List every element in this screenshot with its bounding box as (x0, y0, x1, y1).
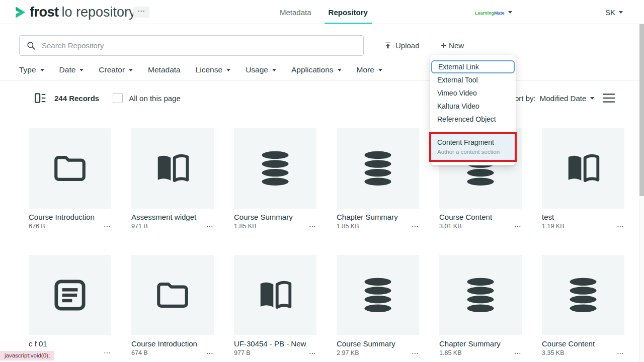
card-course-content-2: Course Content 3.35 KB⋯ (542, 255, 624, 356)
chevron-down-icon (378, 69, 382, 71)
new-menu: External Link External Tool Vimeo Video … (430, 55, 516, 165)
select-all-checkbox[interactable] (113, 93, 123, 103)
new-button[interactable]: + New (441, 35, 464, 56)
chevron-down-icon (508, 11, 512, 14)
card-menu-button[interactable]: ⋯ (104, 223, 111, 229)
filter-metadata[interactable]: Metadata (148, 65, 181, 74)
card-tile[interactable] (542, 255, 624, 335)
card-size: 1.85 KB (234, 223, 256, 230)
card-tile[interactable] (29, 128, 111, 209)
filter-usage[interactable]: Usage (246, 65, 276, 74)
search-icon (26, 41, 36, 51)
scrollbar-thumb[interactable] (639, 24, 644, 196)
card-chapter-summary: Chapter Summary 1.85 KB⋯ (337, 128, 419, 230)
chevron-down-icon (590, 97, 594, 100)
card-tile[interactable] (131, 255, 214, 335)
card-tile[interactable] (131, 128, 214, 209)
card-size: 2.97 KB (337, 349, 359, 356)
upload-icon (384, 42, 392, 50)
red-annotation-box: Content Fragment Author a content sectio… (429, 132, 517, 162)
card-title: Course Summary (234, 213, 316, 222)
card-tile[interactable] (29, 255, 111, 335)
logo-text-bold: frost (30, 5, 59, 20)
frost-arrow-icon (14, 6, 28, 19)
card-size: 1.19 KB (542, 223, 564, 230)
card-tile[interactable] (439, 255, 522, 335)
card-menu-button[interactable]: ⋯ (206, 223, 214, 229)
card-size: 676 B (29, 223, 45, 230)
card-menu-button[interactable]: ⋯ (206, 350, 214, 356)
menu-item-kaltura-video[interactable]: Kaltura Video (430, 100, 516, 113)
brand-menu[interactable]: LearningMate (475, 0, 512, 24)
database-icon (359, 150, 396, 187)
records-toolbar: 244 Records All on this page (29, 89, 181, 107)
filter-license[interactable]: License (196, 65, 230, 74)
card-menu-button[interactable]: ⋯ (617, 350, 624, 356)
select-all-label: All on this page (129, 94, 181, 103)
filter-date[interactable]: Date (59, 65, 84, 74)
main-nav: Metadata Repository (276, 0, 372, 24)
filter-applications[interactable]: Applications (291, 65, 342, 74)
card-size: 3.01 KB (439, 223, 461, 230)
search-input[interactable] (42, 36, 363, 55)
card-menu-button[interactable]: ⋯ (309, 350, 316, 356)
tab-repository[interactable]: Repository (325, 0, 372, 24)
card-tile[interactable] (542, 128, 624, 209)
user-menu[interactable]: SK (605, 0, 623, 24)
card-size: 971 B (131, 223, 148, 230)
card-size: 1.85 KB (439, 349, 461, 356)
upload-button[interactable]: Upload (384, 35, 420, 56)
chevron-down-icon (79, 69, 84, 71)
brand-text: LearningMate (475, 8, 505, 17)
top-bar: frost lo repository ⋯ Metadata Repositor… (0, 0, 644, 24)
card-size: 977 B (234, 349, 251, 356)
chevron-down-icon (129, 69, 133, 71)
records-count: 244 Records (54, 94, 99, 103)
card-tile[interactable] (337, 255, 419, 335)
content-fragment-label: Content Fragment (437, 138, 509, 147)
open-book-icon (257, 277, 294, 314)
card-title: Course Introduction (131, 339, 214, 348)
repository-grid: Course Introduction 676 B⋯ Assessment wi… (29, 128, 624, 356)
card-title: c f 01 (29, 339, 111, 348)
card-menu-button[interactable]: ⋯ (514, 350, 522, 356)
filter-more[interactable]: More (357, 65, 382, 74)
card-menu-button[interactable]: ⋯ (412, 223, 419, 229)
card-menu-button[interactable]: ⋯ (412, 350, 419, 356)
sort-control: Sort by: Modified Date (510, 89, 594, 107)
logo-text-light: lo repository (62, 5, 136, 20)
card-tile[interactable] (337, 128, 419, 209)
card-size: 1.85 KB (337, 223, 359, 230)
chevron-down-icon (619, 11, 623, 14)
list-view-button[interactable] (602, 91, 616, 105)
filter-creator[interactable]: Creator (99, 65, 133, 74)
active-tab-underline (325, 23, 372, 24)
card-title: Chapter Summary (439, 339, 522, 348)
view-toggle-icon[interactable] (34, 92, 47, 105)
tab-metadata[interactable]: Metadata (276, 0, 315, 24)
menu-item-external-link[interactable]: External Link (431, 60, 515, 73)
card-tile[interactable] (234, 128, 316, 209)
card-course-summary: Course Summary 1.85 KB⋯ (234, 128, 316, 230)
menu-item-referenced-object[interactable]: Referenced Object (430, 113, 516, 126)
menu-item-external-tool[interactable]: External Tool (430, 73, 516, 86)
plus-icon: + (441, 41, 446, 50)
card-course-introduction-2: Course Introduction 674 B⋯ (131, 255, 214, 356)
menu-item-vimeo-video[interactable]: Vimeo Video (430, 86, 516, 100)
card-menu-button[interactable]: ⋯ (104, 349, 111, 355)
card-menu-button[interactable]: ⋯ (617, 223, 624, 229)
hamburger-icon (602, 93, 615, 103)
card-size: 3.35 KB (542, 349, 564, 356)
filter-type[interactable]: Type (19, 65, 44, 74)
search-box (19, 35, 364, 56)
sort-dropdown[interactable]: Modified Date (540, 94, 595, 103)
menu-item-content-fragment[interactable]: Content Fragment Author a content sectio… (431, 134, 515, 160)
card-tile[interactable] (234, 255, 316, 335)
logo-more-button[interactable]: ⋯ (133, 7, 149, 18)
open-book-icon (565, 150, 602, 187)
card-menu-button[interactable]: ⋯ (309, 223, 316, 229)
card-title: Chapter Summary (337, 213, 419, 222)
card-menu-button[interactable]: ⋯ (514, 223, 522, 229)
card-course-introduction: Course Introduction 676 B⋯ (29, 128, 111, 230)
card-uf-30454-pb-new: UF-30454 - PB - New 977 B⋯ (234, 255, 316, 356)
